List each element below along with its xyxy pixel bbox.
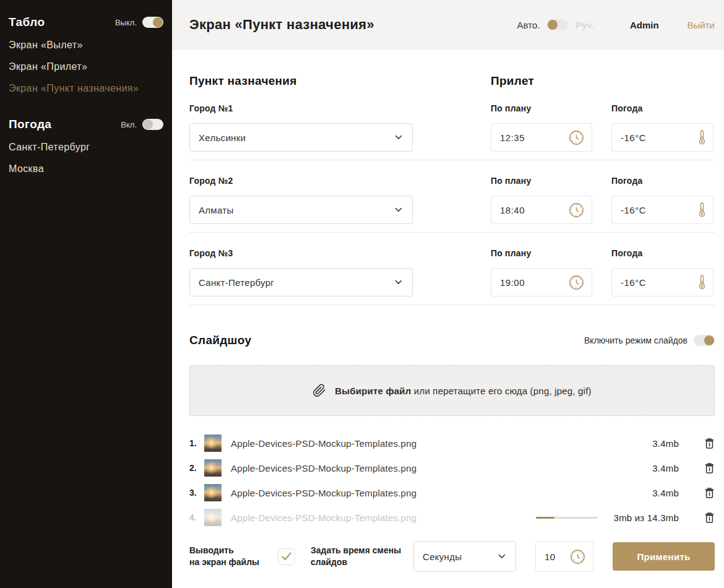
main-area: Экран «Пункт назначения» Авто. Руч. Admi…: [172, 0, 724, 588]
trash-icon: [705, 512, 714, 523]
city-3-label: Город №3: [189, 248, 413, 258]
city-2-label: Город №2: [189, 176, 413, 186]
weather-toggle-label: Вкл.: [121, 120, 137, 129]
chevron-down-icon: [498, 554, 506, 559]
paperclip-icon: [312, 384, 326, 397]
auto-manual-toggle-knob: [548, 20, 558, 30]
interval-value-input[interactable]: [545, 551, 567, 562]
file-row-1: 1. Apple-Devices-PSD-Mockup-Templates.pn…: [189, 431, 715, 456]
city-3-select[interactable]: Санкт-Петербург: [189, 268, 413, 296]
file-number: 4.: [189, 512, 204, 522]
file-name: Apple-Devices-PSD-Mockup-Templates.png: [231, 438, 416, 449]
thermometer-icon: [699, 129, 705, 145]
plan-2-time-input[interactable]: [500, 205, 556, 215]
weather-toggle-knob: [143, 119, 153, 129]
page-title: Экран «Пункт назначения»: [189, 17, 374, 33]
file-size: 3.4mb: [642, 438, 679, 449]
plan-3-time-input[interactable]: [500, 277, 556, 288]
file-thumbnail: [204, 459, 222, 477]
file-list: 1. Apple-Devices-PSD-Mockup-Templates.pn…: [189, 431, 715, 530]
sidebar-section-weather-header: Погода Вкл.: [9, 118, 163, 131]
weather-3-temp-field: [611, 268, 713, 296]
content: Пункт назначения Прилет Город №1 Хельсин…: [172, 50, 724, 572]
thermometer-icon: [699, 274, 705, 290]
sidebar-item-moscow[interactable]: Москва: [9, 163, 163, 175]
show-files-checkbox[interactable]: [278, 548, 295, 565]
board-toggle-knob: [153, 17, 163, 27]
trash-icon: [705, 463, 714, 473]
slideshow-mode-toggle-label: Включить режим слайдов: [584, 335, 687, 345]
divider: [189, 305, 715, 305]
city-1-select[interactable]: Хельсинки: [189, 123, 413, 152]
sidebar-section-board-header: Табло Выкл.: [9, 15, 163, 29]
plan-1-time-field: [491, 123, 592, 152]
file-number: 3.: [189, 488, 204, 498]
delete-file-button[interactable]: [705, 438, 715, 449]
trash-icon: [705, 488, 714, 498]
plan-1-label: По плану: [491, 103, 592, 113]
destination-row-1: Город №1 Хельсинки По плану Погода: [189, 103, 715, 152]
chevron-down-icon: [395, 280, 402, 285]
weather-2-temp-field: [611, 196, 713, 224]
file-dropzone[interactable]: Выбирите файл или перетащите его сюда (p…: [189, 365, 715, 416]
destination-row-2: Город №2 Алматы По плану Погода: [189, 176, 715, 224]
file-thumbnail: [204, 509, 222, 526]
manual-mode-label: Руч.: [575, 20, 594, 30]
interval-value-field: [535, 541, 593, 572]
arrival-section-heading: Прилет: [491, 74, 534, 88]
slideshow-mode-toggle-knob: [704, 335, 714, 345]
check-icon: [282, 552, 291, 561]
logout-link[interactable]: Выйти: [687, 20, 715, 30]
interval-unit-select[interactable]: Секунды: [413, 541, 516, 572]
file-size: 3.4mb: [642, 488, 679, 498]
slideshow-controls: Выводить на экран файлы Задать время сме…: [189, 541, 715, 572]
auto-mode-label: Авто.: [517, 20, 540, 30]
city-3-select-value: Санкт-Петербург: [199, 277, 274, 288]
file-name: Apple-Devices-PSD-Mockup-Templates.png: [231, 512, 416, 523]
city-2-select[interactable]: Алматы: [189, 196, 413, 224]
interval-unit-value: Секунды: [423, 551, 462, 562]
sidebar-item-saint-petersburg[interactable]: Санкт-Петербург: [9, 141, 163, 153]
thermometer-icon: [699, 202, 705, 218]
weather-1-temp-input[interactable]: [621, 132, 676, 143]
sidebar-item-arrival-screen[interactable]: Экран «Прилет»: [9, 61, 163, 73]
chevron-down-icon: [395, 207, 402, 212]
sidebar-weather-title: Погода: [9, 118, 51, 131]
board-toggle[interactable]: [142, 17, 163, 28]
delete-file-button[interactable]: [705, 488, 715, 498]
weather-3-temp-input[interactable]: [621, 277, 676, 288]
dropzone-text: Выбирите файл или перетащите его сюда (p…: [335, 386, 591, 396]
file-upload-status: 3mb из 14.3mb: [614, 512, 679, 523]
clock-icon: [570, 549, 585, 564]
delete-file-button[interactable]: [705, 512, 715, 523]
sidebar-item-departure-screen[interactable]: Экран «Вылет»: [9, 39, 163, 51]
plan-1-time-input[interactable]: [500, 132, 556, 143]
delete-file-button[interactable]: [705, 463, 715, 473]
apply-button[interactable]: Применить: [613, 542, 715, 571]
weather-1-temp-field: [611, 123, 713, 152]
file-row-3: 3. Apple-Devices-PSD-Mockup-Templates.pn…: [189, 480, 715, 505]
page-header: Экран «Пункт назначения» Авто. Руч. Admi…: [172, 0, 724, 50]
city-2-select-value: Алматы: [199, 205, 234, 215]
file-size: 3.4mb: [642, 463, 679, 473]
destination-row-3: Город №3 Санкт-Петербург По плану Погода: [189, 248, 715, 296]
file-thumbnail: [204, 435, 222, 452]
clock-icon: [569, 275, 584, 290]
divider: [189, 232, 715, 233]
destination-section-heading: Пункт назначения: [189, 74, 491, 88]
file-name: Apple-Devices-PSD-Mockup-Templates.png: [231, 488, 416, 498]
clock-icon: [569, 130, 584, 145]
app-window: Табло Выкл. Экран «Вылет» Экран «Прилет»…: [0, 0, 724, 588]
plan-3-label: По плану: [491, 248, 592, 258]
sidebar-item-destination-screen[interactable]: Экран «Пункт назначения»: [9, 82, 163, 95]
show-files-label: Выводить на экран файлы: [189, 545, 261, 568]
weather-2-temp-input[interactable]: [621, 205, 676, 215]
plan-3-time-field: [491, 268, 592, 296]
slideshow-mode-toggle[interactable]: [694, 335, 715, 346]
sidebar-board-links: Экран «Вылет» Экран «Прилет» Экран «Пунк…: [9, 39, 163, 95]
weather-toggle[interactable]: [142, 119, 163, 130]
dropzone-choose-file-label: Выбирите файл: [335, 386, 411, 396]
divider: [189, 160, 715, 160]
auto-manual-toggle[interactable]: [547, 19, 568, 30]
chevron-down-icon: [395, 135, 402, 140]
